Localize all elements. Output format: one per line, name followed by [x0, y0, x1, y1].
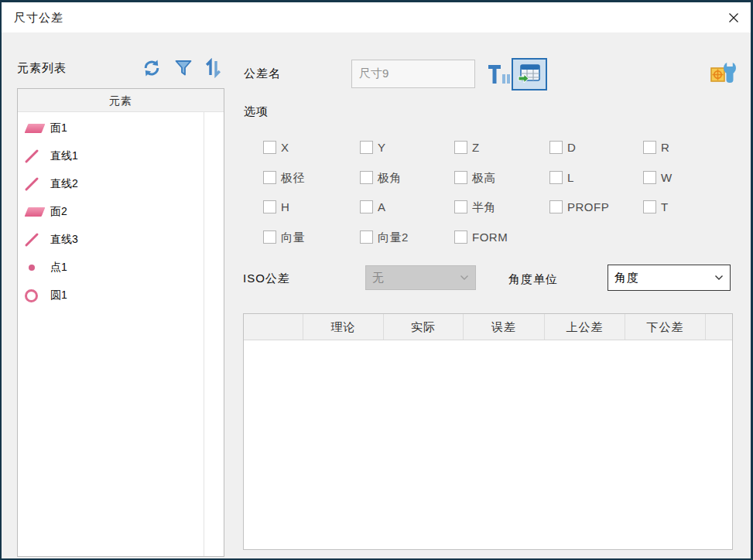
list-item-point1[interactable]: 点1	[18, 254, 224, 282]
checkbox-box[interactable]	[454, 200, 467, 213]
checkbox-w[interactable]: W	[643, 171, 737, 201]
plane-icon	[24, 124, 46, 133]
checkbox-x[interactable]: X	[263, 141, 360, 171]
iso-tolerance-select: 无	[365, 265, 476, 290]
checkbox-t[interactable]: T	[643, 200, 737, 230]
checkbox-box[interactable]	[360, 230, 373, 244]
tolerance-result-table: 理论 实际 误差 上公差 下公差	[243, 313, 733, 550]
tolerance-name-input[interactable]	[351, 60, 475, 88]
options-label: 选项	[244, 104, 269, 119]
checkbox-vector[interactable]: 向量	[263, 230, 360, 261]
list-item-plane1[interactable]: 面1	[18, 114, 224, 142]
checkbox-vector2[interactable]: 向量2	[360, 230, 454, 261]
close-icon[interactable]	[724, 9, 743, 27]
checkbox-box[interactable]	[360, 200, 373, 213]
checkbox-box[interactable]	[454, 141, 467, 154]
line-icon	[24, 176, 46, 192]
checkbox-box[interactable]	[549, 141, 563, 154]
checkbox-box[interactable]	[263, 171, 276, 184]
element-list-title: 元素列表	[17, 61, 67, 76]
probe-settings-wrench-icon[interactable]	[709, 60, 738, 88]
header-cell-error: 误差	[464, 314, 545, 340]
point-icon	[24, 265, 46, 271]
header-cell-actual: 实际	[384, 314, 464, 340]
checkbox-l[interactable]: L	[549, 171, 643, 201]
checkbox-box[interactable]	[263, 141, 276, 154]
checkbox-box[interactable]	[454, 171, 467, 184]
list-item-line1[interactable]: 直线1	[18, 142, 224, 170]
checkbox-r[interactable]: R	[643, 141, 737, 171]
iso-tolerance-label: ISO公差	[243, 271, 290, 286]
checkbox-form[interactable]: FORM	[454, 230, 549, 261]
element-column-header: 元素	[18, 89, 224, 112]
result-table-header: 理论 实际 误差 上公差 下公差	[244, 314, 732, 340]
checkbox-box[interactable]	[643, 141, 656, 154]
element-list-table: 元素 面1 直线1 直线2 面2	[17, 88, 224, 557]
checkbox-profp[interactable]: PROFP	[549, 200, 643, 230]
checkbox-box[interactable]	[549, 200, 563, 213]
checkbox-box[interactable]	[360, 171, 373, 184]
plane-icon	[24, 207, 46, 217]
circle-icon	[24, 289, 46, 302]
chevron-down-icon	[714, 275, 724, 281]
checkbox-box[interactable]	[360, 141, 373, 154]
list-item-plane2[interactable]: 面2	[18, 198, 224, 226]
refresh-icon[interactable]	[142, 58, 162, 78]
dimension-tolerance-dialog: 尺寸公差 元素列表 元素	[0, 0, 753, 560]
dialog-title: 尺寸公差	[14, 2, 63, 32]
checkbox-polar-height[interactable]: 极高	[454, 171, 549, 201]
checkbox-box[interactable]	[549, 171, 563, 184]
line-icon	[24, 232, 46, 248]
checkbox-polar-angle[interactable]: 极角	[360, 171, 454, 201]
titlebar: 尺寸公差	[2, 2, 751, 32]
checkbox-box[interactable]	[643, 200, 656, 213]
header-cell-lower-tolerance: 下公差	[625, 314, 706, 340]
header-cell-empty	[244, 314, 303, 340]
angle-unit-label: 角度单位	[508, 272, 558, 287]
checkbox-polar-radius[interactable]: 极径	[263, 171, 360, 201]
checkbox-box[interactable]	[643, 171, 656, 184]
line-icon	[24, 149, 46, 164]
checkbox-z[interactable]: Z	[454, 141, 549, 171]
checkbox-d[interactable]: D	[549, 141, 643, 171]
options-grid: X Y Z D R 极径 极角 极高 L W H A 半角 PROFP T 向量…	[263, 141, 737, 260]
list-item-line2[interactable]: 直线2	[18, 170, 224, 198]
checkbox-y[interactable]: Y	[360, 141, 454, 171]
checkbox-a[interactable]: A	[360, 200, 454, 230]
tolerance-name-label: 公差名	[244, 67, 281, 81]
checkbox-half-angle[interactable]: 半角	[454, 200, 549, 230]
list-item-line3[interactable]: 直线3	[18, 226, 224, 254]
list-item-circle1[interactable]: 圆1	[18, 282, 224, 309]
checkbox-box[interactable]	[263, 230, 276, 244]
header-cell-upper-tolerance: 上公差	[545, 314, 625, 340]
element-rows: 面1 直线1 直线2 面2	[18, 112, 224, 309]
sort-icon[interactable]	[203, 58, 223, 78]
send-to-table-icon[interactable]	[512, 58, 547, 90]
header-cell-theoretical: 理论	[303, 314, 384, 340]
checkbox-box[interactable]	[263, 200, 276, 213]
tolerance-label-icon[interactable]	[486, 62, 514, 87]
angle-unit-select[interactable]: 角度	[608, 265, 731, 291]
filter-icon[interactable]	[173, 58, 193, 78]
chevron-down-icon	[460, 275, 469, 281]
checkbox-box[interactable]	[454, 230, 467, 244]
checkbox-h[interactable]: H	[263, 200, 360, 230]
header-cell-empty-end	[706, 314, 732, 340]
